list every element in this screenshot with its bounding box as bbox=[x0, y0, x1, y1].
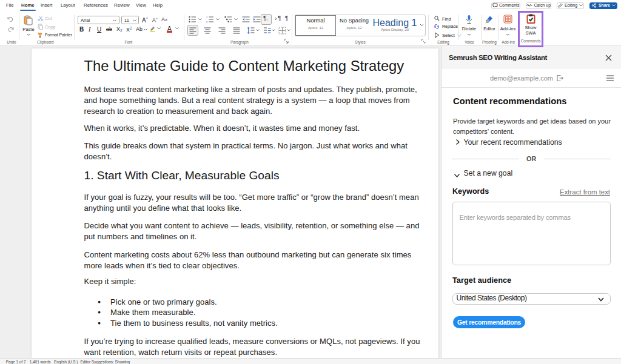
svg-text:1: 1 bbox=[206, 16, 208, 19]
svg-text:2: 2 bbox=[206, 21, 208, 23]
